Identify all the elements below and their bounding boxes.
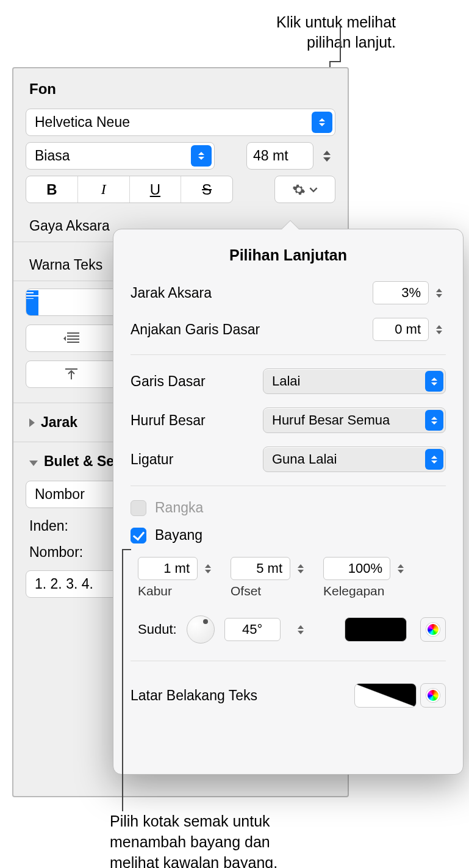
indent-button[interactable] xyxy=(26,325,117,352)
bold-button[interactable]: B xyxy=(26,176,78,203)
baseline-shift-value: 0 mt xyxy=(395,321,421,337)
callout-leader-line xyxy=(340,24,341,61)
triangle-right-icon xyxy=(29,414,35,431)
valign-top-icon xyxy=(64,367,79,382)
chevron-down-icon xyxy=(309,185,318,194)
shadow-opacity-label: Kelegapan xyxy=(323,584,384,598)
char-spacing-field[interactable]: 3% xyxy=(373,281,429,304)
outline-checkbox[interactable] xyxy=(131,500,146,516)
shadow-opacity-value: 100% xyxy=(348,561,382,576)
bullets-label: Bulet & Se xyxy=(44,453,114,470)
strikethrough-button[interactable]: S xyxy=(181,176,232,203)
callout-shadow-checkbox: Pilih kotak semak untuk menambah bayang … xyxy=(110,811,277,868)
align-left-icon xyxy=(26,289,38,299)
italic-button[interactable]: I xyxy=(78,176,130,203)
font-style-select[interactable]: Biasa xyxy=(26,142,215,170)
shadow-angle-label: Sudut: xyxy=(138,622,177,637)
shadow-color-picker-button[interactable] xyxy=(420,617,446,642)
advanced-options-popover: Pilihan Lanjutan Jarak Aksara 3% Anjakan… xyxy=(113,229,464,775)
font-size-field[interactable]: 48 mt xyxy=(246,142,313,170)
divider xyxy=(131,661,446,661)
ligature-value: Guna Lalai xyxy=(272,451,337,467)
chevron-updown-icon xyxy=(425,449,443,470)
char-spacing-stepper[interactable] xyxy=(432,281,446,304)
callout-leader-line xyxy=(329,61,341,62)
shadow-angle-stepper[interactable] xyxy=(294,618,307,641)
callout-leader-line xyxy=(122,549,123,811)
caps-label: Huruf Besar xyxy=(131,412,263,429)
shadow-checkbox[interactable] xyxy=(131,528,146,543)
triangle-down-icon xyxy=(29,453,38,470)
baseline-shift-field[interactable]: 0 mt xyxy=(373,318,429,341)
shadow-angle-dial[interactable] xyxy=(187,615,215,644)
indent-label: Inden: xyxy=(29,518,68,534)
chevron-down-icon xyxy=(436,331,442,334)
chevron-up-icon xyxy=(323,151,331,155)
divider xyxy=(131,354,446,355)
indent-icon xyxy=(63,332,79,345)
shadow-offset-value: 5 mt xyxy=(256,561,282,576)
shadow-angle-field[interactable]: 45° xyxy=(224,618,281,641)
number-label: Nombor: xyxy=(29,544,83,561)
chevron-up-icon xyxy=(436,325,442,329)
chevron-down-icon xyxy=(436,294,442,298)
font-section-title: Fon xyxy=(26,81,335,98)
shadow-opacity-stepper[interactable] xyxy=(394,557,407,580)
chevron-down-icon xyxy=(323,157,331,162)
align-left-button[interactable] xyxy=(26,289,38,315)
chevron-updown-icon xyxy=(312,112,332,133)
popover-title: Pilihan Lanjutan xyxy=(131,246,446,264)
baseline-select[interactable]: Lalai xyxy=(263,368,446,394)
shadow-blur-label: Kabur xyxy=(138,584,172,598)
shadow-angle-value: 45° xyxy=(242,622,262,637)
font-family-value: Helvetica Neue xyxy=(35,114,130,131)
gear-icon xyxy=(292,183,306,196)
callout-leader-line xyxy=(122,549,131,550)
list-type-value: Nombor xyxy=(35,486,85,503)
color-wheel-icon xyxy=(426,689,440,702)
underline-button[interactable]: U xyxy=(130,176,182,203)
spacing-label: Jarak xyxy=(41,414,77,431)
ligature-select[interactable]: Guna Lalai xyxy=(263,447,446,472)
shadow-blur-field[interactable]: 1 mt xyxy=(138,557,198,580)
caps-value: Huruf Besar Semua xyxy=(272,412,390,428)
font-size-value: 48 mt xyxy=(253,148,288,164)
font-size-stepper[interactable] xyxy=(318,142,335,170)
shadow-label: Bayang xyxy=(155,527,202,543)
baseline-label: Garis Dasar xyxy=(131,373,263,390)
caps-select[interactable]: Huruf Besar Semua xyxy=(263,407,446,433)
chevron-updown-icon xyxy=(191,145,212,167)
shadow-offset-stepper[interactable] xyxy=(294,557,307,580)
divider xyxy=(131,486,446,486)
font-family-select[interactable]: Helvetica Neue xyxy=(26,109,335,136)
shadow-blur-value: 1 mt xyxy=(163,561,190,576)
chevron-updown-icon xyxy=(425,410,443,431)
outline-label: Rangka xyxy=(155,500,203,516)
chevron-up-icon xyxy=(436,289,442,292)
baseline-shift-stepper[interactable] xyxy=(432,318,446,341)
ligature-label: Ligatur xyxy=(131,451,263,468)
text-background-label: Latar Belakang Teks xyxy=(131,687,257,704)
vertical-align-top-button[interactable] xyxy=(26,360,117,388)
char-spacing-value: 3% xyxy=(401,285,421,301)
shadow-color-well[interactable] xyxy=(345,617,407,642)
shadow-blur-stepper[interactable] xyxy=(201,557,215,580)
shadow-offset-label: Ofset xyxy=(231,584,261,598)
char-spacing-label: Jarak Aksara xyxy=(131,285,373,301)
callout-advanced-options: Klik untuk melihat pilihan lanjut. xyxy=(276,12,396,52)
chevron-updown-icon xyxy=(425,371,443,392)
font-style-value: Biasa xyxy=(35,148,70,164)
advanced-options-button[interactable] xyxy=(274,176,335,203)
text-bg-color-well[interactable] xyxy=(354,683,417,708)
color-wheel-icon xyxy=(426,623,440,636)
baseline-shift-label: Anjakan Garis Dasar xyxy=(131,321,373,338)
numbering-format-value: 1. 2. 3. 4. xyxy=(35,576,93,592)
shadow-controls: 1 mt Kabur 5 mt Ofset 100% Kelegapa xyxy=(138,554,446,598)
text-bg-color-picker-button[interactable] xyxy=(420,683,446,708)
shadow-offset-field[interactable]: 5 mt xyxy=(231,557,290,580)
baseline-value: Lalai xyxy=(272,373,300,389)
shadow-opacity-field[interactable]: 100% xyxy=(323,557,390,580)
text-style-segment: B I U S xyxy=(26,176,233,203)
